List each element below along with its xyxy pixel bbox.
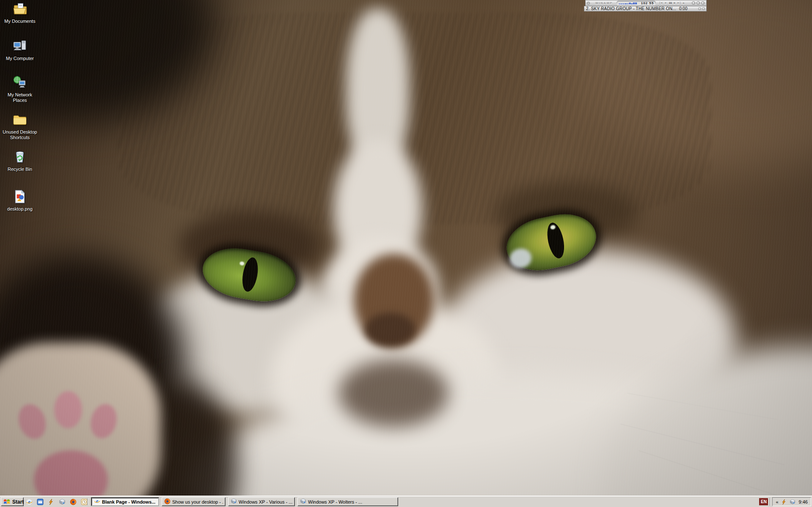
winamp-transport-controls: |◄ ► ▮▮ ■ ►| ▲ [659,1,685,5]
image-file-icon [13,189,27,206]
desktop-icon-label: My Network Places [1,92,39,103]
start-button[interactable]: Start [1,497,24,506]
winamp-eject-button[interactable]: ▲ [682,1,685,5]
winamp-playlist-window-buttons [698,7,705,10]
tray-winamp-icon[interactable] [781,499,787,505]
task-button-label: Windows XP - Wolters - ... [308,499,362,504]
cat-fur-texture-overlay [0,0,812,507]
folder-icon [13,112,27,129]
winamp-stop-button[interactable]: ■ [674,1,675,5]
desktop-icon-my-network-places[interactable]: My Network Places [1,75,39,103]
quick-launch-internet-explorer-icon[interactable]: e [25,498,33,506]
quick-launch-outlook-express-icon[interactable] [36,498,44,506]
winamp-main-shade[interactable]: WINAMP ▂▂▂▃▂▅▃▆▆ 102 55 |◄ ► ▮▮ ■ ►| ▲ [585,0,707,6]
desktop-icon-label: My Documents [4,19,35,24]
desktop-icon-my-computer[interactable]: My Computer [1,39,39,61]
system-tray: « 9:46 [772,497,811,506]
svg-text:e: e [28,499,30,505]
desktop-icon-recycle-bin[interactable]: Recycle Bin [1,150,39,172]
virtual-pc-icon [231,498,237,505]
tray-virtual-pc-icon[interactable] [790,499,795,505]
taskbar-clock[interactable]: 9:46 [799,499,808,504]
winamp-play-button[interactable]: ► [664,1,667,5]
svg-text:e: e [96,499,98,504]
quick-launch-winamp-icon[interactable] [47,498,55,506]
my-documents-icon [13,2,27,18]
winamp-playlist-time: 0:00 [679,6,687,11]
task-button-blank-page[interactable]: e Blank Page - Windows... [91,497,159,506]
recycle-bin-icon [13,150,27,166]
virtual-pc-icon [300,498,306,505]
winamp-title: WINAMP [595,2,613,5]
task-button-label: Show us your desktop - ... [172,499,223,504]
my-network-places-icon [13,75,27,91]
winamp-playlist-shade[interactable]: 2. SKY RADIO GROUP - THE NUMBER ON... 0:… [584,6,707,11]
winamp-window-buttons [692,1,705,5]
windows-logo-icon [3,499,11,505]
taskbar-tray-area: EN « 9:46 [759,497,811,506]
task-button-label: Windows XP - Various - ... [239,499,292,504]
desktop-icon-label: Unused Desktop Shortcuts [1,129,39,140]
taskbar-separator [87,498,88,505]
firefox-icon [164,498,171,505]
quick-launch-bar: e [25,498,88,506]
winamp-next-button[interactable]: ►| [677,1,680,5]
tray-overflow-chevron[interactable]: « [776,499,778,504]
winamp-visualization: ▂▂▂▃▂▅▃▆▆ [619,2,637,4]
winamp-playlist-close-button[interactable] [702,7,705,10]
quick-launch-firefox-icon[interactable] [69,498,77,506]
task-button-windows-xp-wolters[interactable]: Windows XP - Wolters - ... [297,497,398,506]
winamp-pause-button[interactable]: ▮▮ [669,1,672,5]
internet-explorer-icon: e [94,498,100,505]
winamp-time: 102 55 [641,1,654,5]
winamp-player: WINAMP ▂▂▂▃▂▅▃▆▆ 102 55 |◄ ► ▮▮ ■ ►| ▲ 2… [584,0,707,11]
winamp-previous-button[interactable]: |◄ [659,1,663,5]
language-indicator[interactable]: EN [759,498,768,505]
winamp-time-display: ▂▂▂▃▂▅▃▆▆ 102 55 [617,1,656,5]
winamp-menu-icon[interactable] [587,2,590,5]
task-button-windows-xp-various[interactable]: Windows XP - Various - ... [228,497,295,506]
quick-launch-virtual-pc-icon[interactable] [58,498,66,506]
desktop-icon-my-documents[interactable]: My Documents [1,2,39,24]
desktop-icon-desktop-png[interactable]: desktop.png [1,189,39,212]
winamp-minimize-button[interactable] [692,1,695,5]
desktop-icon-label: My Computer [6,56,34,61]
taskbar: Start e e [0,496,812,507]
desktop-icon-label: desktop.png [7,206,33,212]
desktop-icon-unused-desktop-shortcuts[interactable]: Unused Desktop Shortcuts [1,112,39,140]
desktop-icon-label: Recycle Bin [8,167,32,172]
wallpaper-cat-photo [0,0,812,507]
winamp-shade-button[interactable] [696,1,700,5]
task-button-show-us-your-desktop[interactable]: Show us your desktop - ... [162,497,226,506]
winamp-close-button[interactable] [701,1,705,5]
winamp-playlist-shade-button[interactable] [698,7,701,10]
task-button-label: Blank Page - Windows... [102,499,155,504]
desktop-screen: My Documents My Computer My Network Plac… [0,0,812,507]
tray-separator [770,498,771,506]
winamp-playlist-entry: 2. SKY RADIO GROUP - THE NUMBER ON... [586,6,676,11]
start-label: Start [12,499,24,505]
my-computer-icon [13,39,27,55]
